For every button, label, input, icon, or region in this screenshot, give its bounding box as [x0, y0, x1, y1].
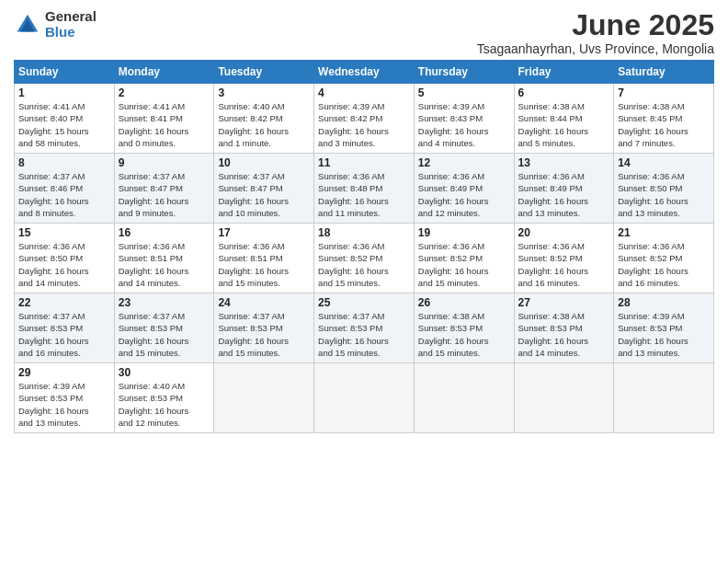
day-number: 18: [318, 226, 410, 239]
empty-day-cell: [314, 363, 415, 433]
day-info: Sunrise: 4:36 AM Sunset: 8:49 PM Dayligh…: [518, 170, 610, 219]
calendar-header-wednesday: Wednesday: [314, 61, 415, 84]
day-number: 6: [518, 86, 610, 99]
calendar-day-cell: 26Sunrise: 4:38 AM Sunset: 8:53 PM Dayli…: [414, 293, 514, 363]
day-number: 11: [318, 156, 410, 169]
day-number: 17: [218, 226, 310, 239]
calendar-day-cell: 3Sunrise: 4:40 AM Sunset: 8:42 PM Daylig…: [214, 84, 314, 154]
day-info: Sunrise: 4:38 AM Sunset: 8:44 PM Dayligh…: [518, 100, 610, 149]
calendar-day-cell: 1Sunrise: 4:41 AM Sunset: 8:40 PM Daylig…: [15, 84, 115, 154]
day-info: Sunrise: 4:40 AM Sunset: 8:53 PM Dayligh…: [119, 380, 210, 429]
header: General Blue June 2025 Tsagaanhayrhan, U…: [14, 9, 714, 56]
day-number: 13: [518, 156, 610, 169]
calendar-day-cell: 14Sunrise: 4:36 AM Sunset: 8:50 PM Dayli…: [614, 154, 714, 224]
calendar-day-cell: 12Sunrise: 4:36 AM Sunset: 8:49 PM Dayli…: [414, 154, 514, 224]
calendar-day-cell: 16Sunrise: 4:36 AM Sunset: 8:51 PM Dayli…: [114, 224, 214, 293]
calendar-day-cell: 18Sunrise: 4:36 AM Sunset: 8:52 PM Dayli…: [314, 224, 415, 293]
calendar-week-row: 22Sunrise: 4:37 AM Sunset: 8:53 PM Dayli…: [15, 293, 714, 363]
day-number: 10: [218, 156, 310, 169]
calendar-day-cell: 30Sunrise: 4:40 AM Sunset: 8:53 PM Dayli…: [114, 363, 214, 433]
calendar-day-cell: 13Sunrise: 4:36 AM Sunset: 8:49 PM Dayli…: [514, 154, 614, 224]
day-info: Sunrise: 4:39 AM Sunset: 8:53 PM Dayligh…: [18, 380, 110, 429]
day-info: Sunrise: 4:36 AM Sunset: 8:51 PM Dayligh…: [119, 240, 210, 289]
calendar-header-thursday: Thursday: [414, 61, 514, 84]
calendar-day-cell: 20Sunrise: 4:36 AM Sunset: 8:52 PM Dayli…: [514, 224, 614, 293]
day-info: Sunrise: 4:36 AM Sunset: 8:52 PM Dayligh…: [618, 240, 710, 289]
day-number: 28: [618, 296, 710, 309]
calendar-day-cell: 15Sunrise: 4:36 AM Sunset: 8:50 PM Dayli…: [15, 224, 115, 293]
title-block: June 2025 Tsagaanhayrhan, Uvs Province, …: [477, 9, 714, 56]
day-number: 24: [218, 296, 310, 309]
calendar-day-cell: 29Sunrise: 4:39 AM Sunset: 8:53 PM Dayli…: [15, 363, 115, 433]
day-info: Sunrise: 4:37 AM Sunset: 8:53 PM Dayligh…: [318, 310, 410, 359]
day-info: Sunrise: 4:36 AM Sunset: 8:51 PM Dayligh…: [218, 240, 310, 289]
day-info: Sunrise: 4:36 AM Sunset: 8:50 PM Dayligh…: [618, 170, 710, 219]
calendar-day-cell: 24Sunrise: 4:37 AM Sunset: 8:53 PM Dayli…: [214, 293, 314, 363]
day-number: 2: [119, 86, 210, 99]
calendar-day-cell: 2Sunrise: 4:41 AM Sunset: 8:41 PM Daylig…: [114, 84, 214, 154]
calendar-day-cell: 8Sunrise: 4:37 AM Sunset: 8:46 PM Daylig…: [15, 154, 115, 224]
day-number: 7: [618, 86, 710, 99]
calendar-day-cell: 28Sunrise: 4:39 AM Sunset: 8:53 PM Dayli…: [614, 293, 714, 363]
day-number: 8: [18, 156, 110, 169]
day-info: Sunrise: 4:38 AM Sunset: 8:53 PM Dayligh…: [518, 310, 610, 359]
empty-day-cell: [214, 363, 314, 433]
empty-day-cell: [514, 363, 614, 433]
calendar-day-cell: 9Sunrise: 4:37 AM Sunset: 8:47 PM Daylig…: [114, 154, 214, 224]
empty-day-cell: [614, 363, 714, 433]
calendar-week-row: 29Sunrise: 4:39 AM Sunset: 8:53 PM Dayli…: [15, 363, 714, 433]
logo: General Blue: [14, 9, 97, 40]
day-info: Sunrise: 4:36 AM Sunset: 8:50 PM Dayligh…: [18, 240, 110, 289]
calendar-week-row: 8Sunrise: 4:37 AM Sunset: 8:46 PM Daylig…: [15, 154, 714, 224]
calendar-day-cell: 7Sunrise: 4:38 AM Sunset: 8:45 PM Daylig…: [614, 84, 714, 154]
logo-text: General Blue: [45, 9, 97, 40]
day-info: Sunrise: 4:39 AM Sunset: 8:53 PM Dayligh…: [618, 310, 710, 359]
calendar-day-cell: 11Sunrise: 4:36 AM Sunset: 8:48 PM Dayli…: [314, 154, 415, 224]
day-number: 16: [119, 226, 210, 239]
day-number: 20: [518, 226, 610, 239]
calendar-day-cell: 27Sunrise: 4:38 AM Sunset: 8:53 PM Dayli…: [514, 293, 614, 363]
day-info: Sunrise: 4:38 AM Sunset: 8:53 PM Dayligh…: [418, 310, 510, 359]
day-number: 26: [418, 296, 510, 309]
month-title: June 2025: [477, 9, 714, 41]
day-info: Sunrise: 4:38 AM Sunset: 8:45 PM Dayligh…: [618, 100, 710, 149]
location-subtitle: Tsagaanhayrhan, Uvs Province, Mongolia: [477, 41, 714, 56]
calendar-day-cell: 6Sunrise: 4:38 AM Sunset: 8:44 PM Daylig…: [514, 84, 614, 154]
day-info: Sunrise: 4:37 AM Sunset: 8:47 PM Dayligh…: [218, 170, 310, 219]
calendar-header-row: SundayMondayTuesdayWednesdayThursdayFrid…: [15, 61, 714, 84]
day-info: Sunrise: 4:36 AM Sunset: 8:52 PM Dayligh…: [418, 240, 510, 289]
calendar-table: SundayMondayTuesdayWednesdayThursdayFrid…: [14, 60, 714, 433]
day-number: 15: [18, 226, 110, 239]
day-number: 4: [318, 86, 410, 99]
day-info: Sunrise: 4:41 AM Sunset: 8:40 PM Dayligh…: [18, 100, 110, 149]
day-info: Sunrise: 4:36 AM Sunset: 8:48 PM Dayligh…: [318, 170, 410, 219]
calendar-header-saturday: Saturday: [614, 61, 714, 84]
calendar-day-cell: 22Sunrise: 4:37 AM Sunset: 8:53 PM Dayli…: [15, 293, 115, 363]
calendar-day-cell: 5Sunrise: 4:39 AM Sunset: 8:43 PM Daylig…: [414, 84, 514, 154]
calendar-week-row: 15Sunrise: 4:36 AM Sunset: 8:50 PM Dayli…: [15, 224, 714, 293]
day-number: 23: [119, 296, 210, 309]
logo-blue-text: Blue: [45, 25, 97, 40]
calendar-header-sunday: Sunday: [15, 61, 115, 84]
day-info: Sunrise: 4:37 AM Sunset: 8:53 PM Dayligh…: [218, 310, 310, 359]
page: General Blue June 2025 Tsagaanhayrhan, U…: [0, 0, 728, 563]
calendar-header-monday: Monday: [114, 61, 214, 84]
day-info: Sunrise: 4:41 AM Sunset: 8:41 PM Dayligh…: [119, 100, 210, 149]
calendar-day-cell: 23Sunrise: 4:37 AM Sunset: 8:53 PM Dayli…: [114, 293, 214, 363]
calendar-day-cell: 17Sunrise: 4:36 AM Sunset: 8:51 PM Dayli…: [214, 224, 314, 293]
day-info: Sunrise: 4:36 AM Sunset: 8:49 PM Dayligh…: [418, 170, 510, 219]
day-number: 25: [318, 296, 410, 309]
day-info: Sunrise: 4:36 AM Sunset: 8:52 PM Dayligh…: [318, 240, 410, 289]
day-info: Sunrise: 4:37 AM Sunset: 8:53 PM Dayligh…: [119, 310, 210, 359]
day-number: 30: [119, 366, 210, 379]
day-info: Sunrise: 4:40 AM Sunset: 8:42 PM Dayligh…: [218, 100, 310, 149]
day-number: 21: [618, 226, 710, 239]
day-info: Sunrise: 4:39 AM Sunset: 8:43 PM Dayligh…: [418, 100, 510, 149]
calendar-header-tuesday: Tuesday: [214, 61, 314, 84]
day-number: 3: [218, 86, 310, 99]
empty-day-cell: [414, 363, 514, 433]
day-info: Sunrise: 4:37 AM Sunset: 8:47 PM Dayligh…: [119, 170, 210, 219]
day-number: 27: [518, 296, 610, 309]
day-info: Sunrise: 4:39 AM Sunset: 8:42 PM Dayligh…: [318, 100, 410, 149]
calendar-week-row: 1Sunrise: 4:41 AM Sunset: 8:40 PM Daylig…: [15, 84, 714, 154]
